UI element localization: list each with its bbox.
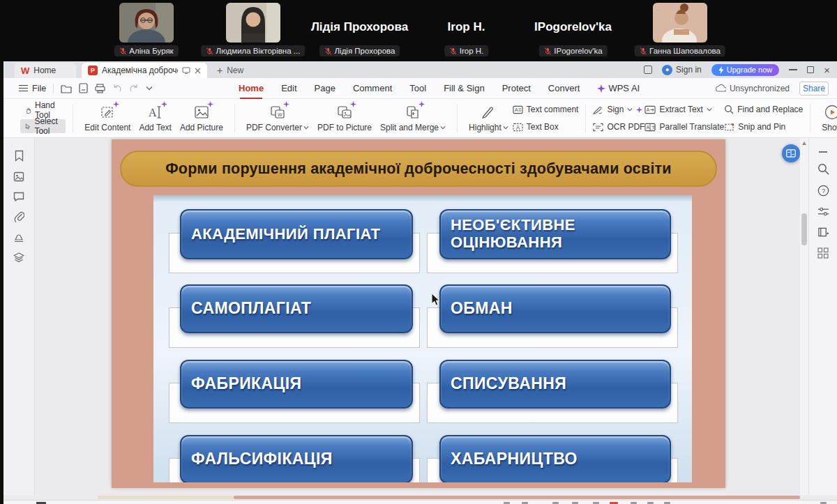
parallel-translate-label: Parallel Translate xyxy=(659,122,724,132)
find-replace-button[interactable]: Find and Replace xyxy=(724,102,803,117)
participant-video xyxy=(226,3,280,43)
sign-ocr-group: Sign OCR PDF xyxy=(593,102,644,135)
sign-icon xyxy=(593,105,603,114)
menu-tab-edit[interactable]: Edit xyxy=(281,83,296,93)
participant-tile[interactable]: Аліна Буряк xyxy=(93,0,199,61)
sync-status[interactable]: Unsynchronized xyxy=(716,84,790,93)
tab-home[interactable]: W Home xyxy=(15,63,76,78)
attachment-icon[interactable] xyxy=(14,211,24,222)
menu-tab-convert[interactable]: Convert xyxy=(548,83,580,93)
horizontal-scrollbar-thumb[interactable] xyxy=(234,496,800,499)
select-tool-button[interactable]: Select Tool xyxy=(20,119,66,133)
share-button[interactable]: Share xyxy=(799,82,829,96)
layers-icon[interactable] xyxy=(13,252,24,263)
pdf-converter-button[interactable]: W PDF Converter xyxy=(242,104,313,132)
pdf-to-picture-button[interactable]: PDF to Picture xyxy=(313,104,376,132)
menu-tab-protect[interactable]: Protect xyxy=(502,83,531,93)
close-tab-icon[interactable] xyxy=(195,68,201,74)
menu-tab-home[interactable]: Home xyxy=(239,83,264,93)
participant-tile[interactable]: Лідія Прохорова Лідія Прохорова xyxy=(306,0,413,61)
vertical-scrollbar[interactable] xyxy=(800,138,808,495)
participant-name-badge: IPogorelov'ka xyxy=(538,45,607,56)
participant-tile[interactable]: IPogorelov'ka IPogorelov'ka xyxy=(520,0,626,61)
ocr-pdf-button[interactable]: OCR PDF xyxy=(593,119,644,135)
participant-name: Людмила Вікторівна ... xyxy=(216,47,301,55)
sign-in-button[interactable]: ● Sign in xyxy=(662,65,702,75)
pdf-converter-label: PDF Converter xyxy=(246,123,302,132)
svg-text:文: 文 xyxy=(651,125,656,130)
collapse-icon[interactable] xyxy=(818,151,828,153)
parallel-translate-button[interactable]: A文 Parallel Translate xyxy=(644,119,724,135)
redo-icon[interactable] xyxy=(129,84,139,93)
layout-toggle-icon[interactable] xyxy=(644,66,652,74)
pdf-page[interactable]: Форми порушення академічної доброчесност… xyxy=(112,139,725,488)
search-icon[interactable] xyxy=(817,163,829,175)
menu-tab-comment[interactable]: Comment xyxy=(353,83,392,93)
bookmark-icon[interactable] xyxy=(14,150,24,162)
print-icon[interactable] xyxy=(95,84,105,93)
new-tab-button[interactable]: + New xyxy=(217,63,243,78)
divider xyxy=(585,104,586,133)
minimize-icon[interactable] xyxy=(789,69,797,70)
save-icon[interactable] xyxy=(79,83,88,93)
text-box-icon: A xyxy=(513,123,523,132)
extract-text-button[interactable]: A Extract Text xyxy=(644,102,724,117)
show-button[interactable]: Show xyxy=(817,104,837,132)
snip-pin-button[interactable]: Snip and Pin xyxy=(724,119,803,135)
participant-tile[interactable]: Irop H. Irop H. xyxy=(413,0,520,61)
close-icon[interactable]: × xyxy=(824,65,830,75)
upgrade-button[interactable]: Upgrade now xyxy=(711,64,779,76)
vertical-scrollbar-thumb[interactable] xyxy=(801,213,807,245)
apps-grid-icon[interactable] xyxy=(817,247,829,259)
quick-access-icons xyxy=(61,83,153,93)
participant-display-name: Irop H. xyxy=(413,20,520,34)
comments-icon[interactable] xyxy=(13,192,24,201)
divider xyxy=(53,84,54,93)
add-notes-icon[interactable] xyxy=(817,227,829,238)
settings-sliders-icon[interactable] xyxy=(817,206,829,217)
menu-tab-fill-sign[interactable]: Fill & Sign xyxy=(444,83,485,93)
present-icon[interactable] xyxy=(182,67,190,74)
text-comment-button[interactable]: A Text comment xyxy=(513,102,579,117)
chevron-down-icon[interactable] xyxy=(146,86,153,91)
edit-content-button[interactable]: Edit Content xyxy=(80,104,135,132)
menu-tab-wps-ai[interactable]: WPS AI xyxy=(597,83,640,93)
highlight-button[interactable]: Highlight xyxy=(465,104,513,132)
restore-icon[interactable] xyxy=(807,66,814,73)
undo-icon[interactable] xyxy=(112,84,122,93)
new-tab-label: New xyxy=(227,66,243,75)
slide-button: НЕОБ'ЄКТИВНЕ ОЦІНЮВАННЯ xyxy=(439,209,671,259)
hand-tool-button[interactable]: Hand Tool xyxy=(20,103,66,117)
slide-button: ХАБАРНИЦТВО xyxy=(439,435,671,482)
horizontal-scrollbar[interactable] xyxy=(0,495,837,500)
participant-tile[interactable]: Ганна Шаповалова xyxy=(626,0,733,61)
snip-pin-label: Snip and Pin xyxy=(738,122,785,132)
scroll-up-arrow[interactable] xyxy=(802,142,806,145)
sign-button[interactable]: Sign xyxy=(593,102,644,117)
participant-name: Аліна Буряк xyxy=(129,47,173,55)
translate-float-button[interactable] xyxy=(782,144,800,162)
help-icon[interactable]: ? xyxy=(817,185,829,197)
slide-title: Форми порушення академічної доброчесност… xyxy=(165,160,671,178)
slide-button-label: СПИСУВАННЯ xyxy=(451,375,566,393)
thumbnails-icon[interactable] xyxy=(13,171,24,182)
window-tab-bar: W Home P Академічна доброчесність т + Ne… xyxy=(3,61,837,78)
participant-video xyxy=(119,3,174,43)
add-text-button[interactable]: A Add Text xyxy=(135,104,175,132)
stamp-icon[interactable] xyxy=(13,232,24,243)
split-merge-button[interactable]: Split and Merge xyxy=(376,104,450,132)
divider xyxy=(234,104,235,133)
edit-content-label: Edit Content xyxy=(84,123,130,132)
menu-tab-page[interactable]: Page xyxy=(315,83,335,93)
add-picture-button[interactable]: Add Picture xyxy=(176,104,227,132)
open-folder-icon[interactable] xyxy=(61,84,72,93)
menu-tab-tool[interactable]: Tool xyxy=(409,83,426,93)
add-picture-label: Add Picture xyxy=(180,123,223,132)
menu-file[interactable]: File xyxy=(32,84,46,93)
text-box-button[interactable]: A Text Box xyxy=(513,119,579,135)
participant-tile[interactable]: Людмила Вікторівна ... xyxy=(199,0,306,61)
menu-tabs: Home Edit Page Comment Tool Fill & Sign … xyxy=(239,83,640,93)
tab-document[interactable]: P Академічна доброчесність т xyxy=(82,63,207,78)
hamburger-icon[interactable] xyxy=(19,85,28,91)
chevron-down-icon xyxy=(440,125,446,130)
